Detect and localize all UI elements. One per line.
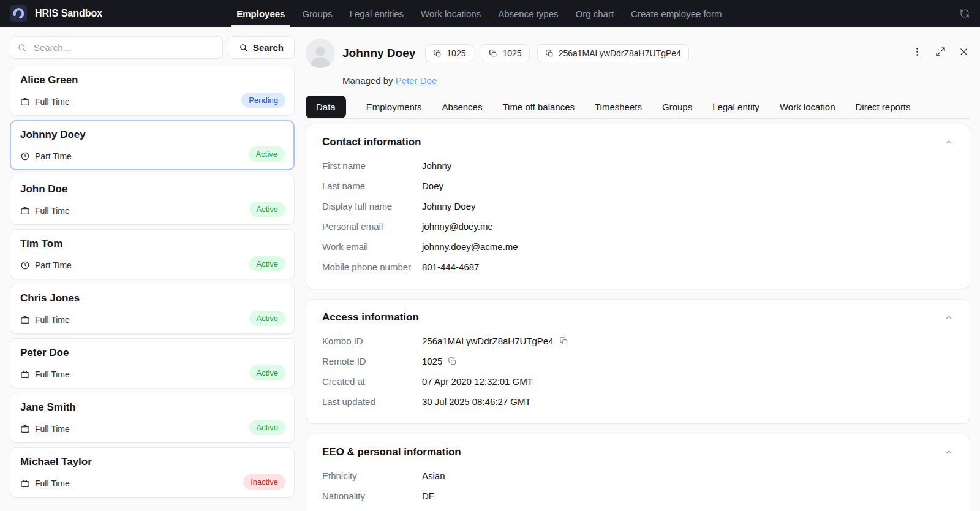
managed-by: Managed by Peter Doe (342, 75, 970, 86)
app-logo-icon (10, 5, 27, 22)
search-input[interactable] (10, 36, 223, 59)
field-value: 1025 (422, 355, 457, 367)
info-row: Remote ID 1025 (322, 351, 954, 371)
field-label: Mobile phone number (322, 261, 422, 273)
refresh-icon[interactable] (959, 8, 970, 19)
clock-icon (20, 260, 30, 270)
copy-icon (433, 49, 442, 58)
briefcase-icon (20, 369, 30, 379)
briefcase-icon (20, 315, 30, 325)
search-button[interactable]: Search (228, 36, 295, 59)
employment-meta: Full Time (20, 97, 70, 107)
nav-item-work-locations[interactable]: Work locations (415, 0, 486, 27)
field-value-text: 256a1MALywDdrZ8aH7UTgPe4 (422, 335, 554, 347)
tab-groups[interactable]: Groups (662, 96, 692, 118)
chevron-up-icon[interactable] (944, 312, 954, 322)
nav-item-org-chart[interactable]: Org chart (570, 0, 620, 27)
tab-absences[interactable]: Absences (442, 96, 483, 118)
tab-time-off-balances[interactable]: Time off balances (502, 96, 575, 118)
field-label: Nationality (322, 490, 422, 502)
detail-content: Contact information First name Johnny La… (306, 124, 970, 511)
employment-type: Full Time (35, 369, 70, 379)
employment-meta: Full Time (20, 315, 70, 325)
kebab-menu-icon[interactable] (912, 47, 922, 57)
employment-meta: Full Time (20, 369, 70, 379)
field-label: Created at (322, 376, 422, 387)
detail-tabs: Data Employments Absences Time off balan… (306, 96, 970, 119)
employee-name: Alice Green (20, 74, 284, 86)
status-badge: Active (249, 365, 285, 380)
employee-name: John Doe (20, 183, 284, 195)
employee-name: Michael Taylor (20, 456, 284, 468)
id-chip[interactable]: 1025 (425, 44, 473, 62)
section-access-information: Access information Kombo ID 256a1MALywDd… (306, 299, 970, 424)
status-badge: Active (249, 311, 285, 326)
employee-card[interactable]: Michael Taylor Full Time Inactive (10, 447, 295, 498)
field-value: 07 Apr 2020 12:32:01 GMT (422, 376, 533, 387)
field-value: johnny.doey@acme.me (422, 241, 518, 252)
employee-card[interactable]: John Doe Full Time Active (10, 175, 295, 225)
employee-card[interactable]: Johnny Doey Part Time Active (10, 120, 295, 170)
tab-timesheets[interactable]: Timesheets (595, 96, 642, 118)
manager-link[interactable]: Peter Doe (396, 75, 437, 86)
employment-type: Full Time (35, 315, 70, 325)
top-nav: HRIS Sandbox Employees Groups Legal enti… (0, 0, 980, 27)
briefcase-icon (20, 424, 30, 434)
id-chip[interactable]: 256a1MALywDdrZ8aH7UTgPe4 (537, 44, 689, 62)
employee-card[interactable]: Tim Tom Part Time Active (10, 229, 295, 279)
nav-item-employees[interactable]: Employees (231, 0, 290, 27)
nav-item-absence-types[interactable]: Absence types (492, 0, 564, 27)
info-row: Mobile phone number 801-444-4687 (322, 257, 954, 277)
employment-type: Part Time (35, 151, 72, 161)
employment-type: Full Time (35, 97, 70, 107)
clock-icon (20, 151, 30, 161)
id-chip[interactable]: 1025 (481, 44, 529, 62)
section-eeo-personal-information: EEO & personal information Ethnicity Asi… (306, 434, 970, 511)
search-icon (239, 43, 248, 52)
chevron-up-icon[interactable] (944, 447, 954, 457)
copy-icon[interactable] (559, 336, 568, 346)
status-badge: Inactive (243, 474, 285, 490)
field-value: Johnny Doey (422, 200, 476, 212)
brand: HRIS Sandbox (10, 5, 102, 22)
status-badge: Active (249, 146, 285, 162)
employee-card[interactable]: Peter Doe Full Time Active (10, 338, 295, 388)
tab-employments[interactable]: Employments (366, 96, 422, 118)
briefcase-icon (20, 97, 30, 107)
field-label: Kombo ID (322, 335, 422, 347)
info-row: Nationality DE (322, 486, 954, 506)
employment-meta: Part Time (20, 151, 72, 161)
field-label: Display full name (322, 200, 422, 212)
search-row: Search (10, 36, 295, 59)
copy-icon (545, 49, 554, 58)
employment-type: Full Time (35, 424, 70, 434)
nav-item-groups[interactable]: Groups (296, 0, 337, 27)
search-box (10, 36, 223, 59)
field-value: DE (422, 490, 435, 502)
close-icon[interactable] (959, 47, 969, 57)
field-label: Remote ID (322, 355, 422, 367)
info-row: Created at 07 Apr 2020 12:32:01 GMT (322, 371, 954, 392)
field-label: Personal email (322, 221, 422, 232)
tab-legal-entity[interactable]: Legal entity (712, 96, 760, 118)
chevron-up-icon[interactable] (944, 137, 954, 147)
tab-data[interactable]: Data (306, 96, 346, 118)
nav-item-legal-entities[interactable]: Legal entities (344, 0, 409, 27)
employee-card[interactable]: Chris Jones Full Time Active (10, 284, 295, 334)
tab-work-location[interactable]: Work location (780, 96, 835, 118)
field-label: Last name (322, 180, 422, 192)
expand-icon[interactable] (935, 47, 946, 57)
copy-icon[interactable] (448, 357, 457, 366)
nav-item-create-employee-form[interactable]: Create employee form (625, 0, 727, 27)
field-label: Work email (322, 241, 422, 252)
info-row: Display full name Johnny Doey (322, 196, 954, 216)
section-title: Access information (322, 311, 419, 324)
employee-name: Tim Tom (20, 238, 284, 250)
field-value: 30 Jul 2025 08:46:27 GMT (422, 396, 531, 407)
employee-card[interactable]: Jane Smith Full Time Active (10, 393, 295, 443)
tab-direct-reports[interactable]: Direct reports (856, 96, 911, 118)
briefcase-icon (20, 479, 30, 488)
employment-meta: Full Time (20, 479, 70, 488)
status-badge: Pending (241, 93, 285, 108)
employee-card[interactable]: Alice Green Full Time Pending (10, 66, 295, 116)
